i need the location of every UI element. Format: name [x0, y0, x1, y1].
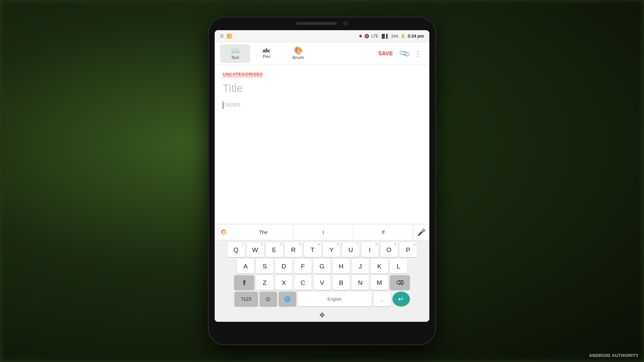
nav-gesture-bar: ✥	[215, 308, 429, 322]
status-right: ✱ 🔇 LTE ▐▌▌ 33% 🔋 3:24 pm	[359, 34, 424, 39]
more-options-button[interactable]: ⋮	[412, 48, 424, 60]
key-f[interactable]: F	[294, 259, 312, 274]
mic-button[interactable]: 🎤	[413, 228, 429, 236]
key-l[interactable]: L	[390, 259, 407, 274]
backspace-icon: ⌫	[396, 280, 404, 286]
pen-tool-button[interactable]: abc Pen	[252, 44, 282, 63]
key-n[interactable]: N	[352, 275, 369, 290]
key-v[interactable]: V	[313, 275, 331, 290]
samsung-notes-status-icon: 🗒	[220, 34, 224, 39]
battery-icon: 🔋	[400, 34, 406, 39]
key-g[interactable]: G	[313, 259, 331, 274]
mute-icon: 🔇	[364, 34, 369, 39]
key-k[interactable]: K	[371, 259, 388, 274]
suggestion-i[interactable]: I	[293, 224, 354, 240]
key-e[interactable]: 3E	[266, 242, 283, 257]
attach-button[interactable]: 📎	[396, 45, 413, 62]
key-t[interactable]: 5T	[304, 242, 321, 257]
key-h[interactable]: H	[332, 259, 350, 274]
key-u[interactable]: 7U	[342, 242, 360, 257]
save-button[interactable]: SAVE	[374, 48, 397, 59]
key-b[interactable]: B	[332, 275, 350, 290]
pen-tool-label: Pen	[263, 54, 270, 59]
lte-icon: LTE	[371, 34, 378, 39]
battery-percent: 33%	[391, 34, 398, 38]
status-bar: 🗒 📶 ✱ 🔇 LTE ▐▌▌ 33% 🔋 3:24 pm	[215, 30, 429, 42]
keyboard-icon: ⌨️	[231, 47, 240, 54]
microphone-icon: 🎤	[417, 228, 426, 236]
enter-key[interactable]: ↵	[392, 292, 410, 306]
note-content-area[interactable]: UNCATEGORISED Title Notes	[215, 65, 429, 224]
key-y[interactable]: 6Y	[323, 242, 340, 257]
key-z[interactable]: Z	[256, 275, 273, 290]
globe-icon: 🌐	[284, 296, 291, 302]
note-toolbar: ⌨️ Text abc Pen 🎨 Brush SAVE 📎 ⋮	[215, 42, 429, 65]
key-j[interactable]: J	[352, 259, 369, 274]
space-label: English	[327, 297, 342, 302]
emoji-key[interactable]: ☺	[260, 292, 277, 306]
key-d[interactable]: D	[275, 259, 292, 274]
enter-icon: ↵	[398, 295, 404, 303]
notes-placeholder: Notes	[225, 101, 240, 108]
key-row-1: 1Q 2W 3E 4R 5T 6Y 7U 8I 9O 0P	[216, 242, 428, 257]
brush-icon: 🎨	[294, 47, 303, 54]
move-keyboard-icon[interactable]: ✥	[319, 311, 325, 319]
key-m[interactable]: M	[371, 275, 388, 290]
key-x[interactable]: X	[275, 275, 292, 290]
note-title-field[interactable]: Title	[223, 82, 421, 95]
phone-mockup: 🗒 📶 ✱ 🔇 LTE ▐▌▌ 33% 🔋 3:24 pm ⌨️ Text	[208, 17, 436, 345]
front-camera	[343, 21, 348, 26]
text-tool-label: Text	[231, 55, 239, 60]
signal-bars: ▐▌▌	[380, 34, 389, 39]
key-row-2: A S D F G H J K L	[216, 259, 428, 274]
key-o[interactable]: 9O	[380, 242, 398, 257]
key-s[interactable]: S	[256, 259, 273, 274]
space-key[interactable]: English	[298, 292, 372, 306]
key-row-4: ?123 ☺ 🌐 English . ↵	[216, 292, 428, 306]
backspace-key[interactable]: ⌫	[390, 275, 410, 290]
key-c[interactable]: C	[294, 275, 312, 290]
phone-top-bar	[208, 17, 436, 30]
pen-icon: abc	[263, 48, 270, 53]
numbers-key[interactable]: ?123	[234, 292, 258, 306]
vertical-dots-icon: ⋮	[415, 50, 421, 58]
key-row-3: ⬆ Z X C V B N M ⌫	[216, 275, 428, 290]
period-key[interactable]: .	[373, 292, 391, 306]
text-cursor	[223, 102, 223, 109]
phone-screen: 🗒 📶 ✱ 🔇 LTE ▐▌▌ 33% 🔋 3:24 pm ⌨️ Text	[215, 30, 429, 322]
android-authority-watermark: ANDROID AUTHORITY	[589, 353, 639, 358]
note-body-field[interactable]: Notes	[223, 101, 421, 109]
keyboard-suggestions-bar: G The I If 🎤	[215, 224, 429, 240]
emoji-icon: ☺	[265, 296, 271, 303]
key-r[interactable]: 4R	[285, 242, 302, 257]
status-time: 3:24 pm	[408, 34, 424, 39]
wifi-icon: 📶	[227, 34, 232, 39]
globe-key[interactable]: 🌐	[279, 292, 296, 306]
status-left: 🗒 📶	[220, 34, 232, 39]
key-w[interactable]: 2W	[247, 242, 264, 257]
google-logo: G	[215, 228, 233, 237]
phone-outer: 🗒 📶 ✱ 🔇 LTE ▐▌▌ 33% 🔋 3:24 pm ⌨️ Text	[208, 17, 436, 345]
bluetooth-icon: ✱	[359, 34, 362, 39]
shift-key[interactable]: ⬆	[234, 275, 254, 290]
speaker-grille	[296, 22, 336, 25]
paperclip-icon: 📎	[398, 47, 411, 59]
key-q[interactable]: 1Q	[227, 242, 245, 257]
g-icon: G	[221, 228, 227, 236]
keyboard: G The I If 🎤 1Q 2W 3E 4R	[215, 224, 429, 322]
key-a[interactable]: A	[237, 259, 254, 274]
shift-icon: ⬆	[241, 279, 247, 287]
key-p[interactable]: 0P	[399, 242, 417, 257]
suggestion-if[interactable]: If	[353, 224, 413, 240]
key-i[interactable]: 8I	[361, 242, 379, 257]
brush-tool-label: Brush	[292, 55, 304, 60]
note-category[interactable]: UNCATEGORISED	[223, 72, 421, 77]
brush-tool-button[interactable]: 🎨 Brush	[283, 44, 313, 63]
keyboard-rows: 1Q 2W 3E 4R 5T 6Y 7U 8I 9O 0P A S	[215, 240, 429, 308]
suggestion-the[interactable]: The	[233, 224, 293, 240]
text-tool-button[interactable]: ⌨️ Text	[220, 44, 250, 63]
